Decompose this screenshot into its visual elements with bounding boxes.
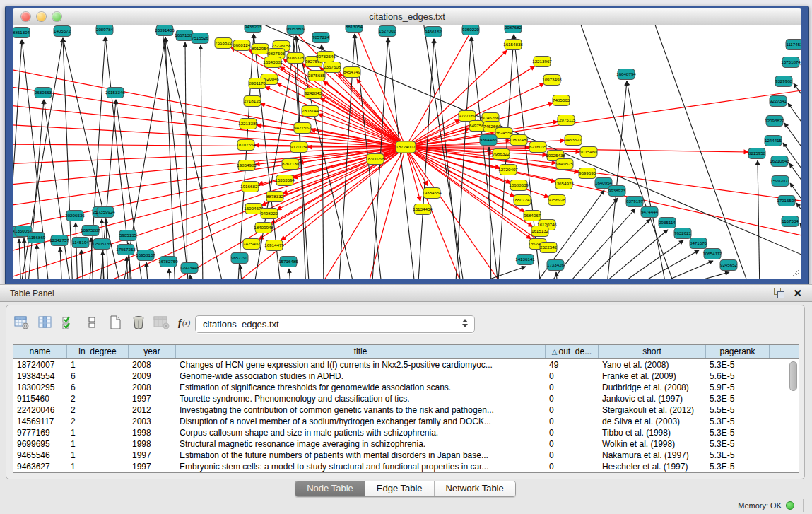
cell-year[interactable]: 1998: [129, 438, 176, 450]
table-row[interactable]: 946554611997Estimation of the future num…: [13, 450, 799, 461]
delete-entries-icon[interactable]: [130, 314, 147, 331]
graph-node[interactable]: 2935114: [659, 218, 676, 228]
edge[interactable]: [13, 86, 406, 147]
column-header-pagerank[interactable]: pagerank: [706, 345, 770, 358]
graph-node[interactable]: 16782759: [158, 257, 178, 267]
cell-short[interactable]: Jankovic et al. (1997): [599, 393, 706, 404]
graph-node[interactable]: 9329968: [775, 76, 793, 87]
cell-name[interactable]: 19384554: [13, 370, 67, 382]
resize-grip-icon[interactable]: [790, 267, 800, 277]
edge[interactable]: [788, 103, 801, 156]
cell-title[interactable]: Investigating the contribution of common…: [176, 404, 546, 416]
cell-in_degree[interactable]: 1: [67, 438, 129, 450]
cell-year[interactable]: 2008: [129, 359, 176, 370]
graph-node[interactable]: 12093822: [765, 116, 784, 127]
graph-node[interactable]: 9466162: [425, 27, 442, 37]
graph-node[interactable]: 9474444: [641, 207, 659, 218]
show-columns-icon[interactable]: [37, 314, 54, 331]
graph-node[interactable]: 7632621: [674, 228, 692, 239]
table-row[interactable]: 946362711997Embryonic stem cells: a mode…: [13, 461, 799, 472]
graph-node-selected[interactable]: 9463627: [565, 135, 582, 146]
cell-pagerank[interactable]: 5.3E-5: [706, 438, 770, 450]
graph-node-selected[interactable]: 7425402: [243, 239, 261, 250]
cell-out_de[interactable]: 0: [546, 416, 599, 427]
cell-out_de[interactable]: 0: [546, 450, 599, 461]
graph-node-selected[interactable]: 1615132: [531, 226, 549, 237]
edge[interactable]: [796, 203, 801, 256]
graph-node-selected[interactable]: 19854985: [237, 160, 257, 171]
edge[interactable]: [146, 262, 148, 279]
graph-node[interactable]: 15751874: [781, 57, 801, 68]
graph-node[interactable]: 9227341: [770, 96, 787, 107]
graph-node-selected[interactable]: 7485063: [553, 95, 570, 106]
edge[interactable]: [37, 245, 39, 279]
edge[interactable]: [608, 240, 683, 279]
graph-node[interactable]: 9657791: [231, 253, 249, 264]
graph-node[interactable]: 16210643: [770, 156, 789, 167]
graph-node-selected[interactable]: 9115460: [580, 147, 597, 158]
graph-node[interactable]: 12342757: [49, 235, 69, 246]
cell-in_degree[interactable]: 6: [67, 370, 129, 382]
graph-node-selected[interactable]: 7986322: [493, 149, 510, 160]
cell-out_de[interactable]: 0: [546, 427, 599, 438]
edge[interactable]: [190, 275, 192, 279]
graph-node-selected[interactable]: 15134454: [413, 204, 433, 215]
cell-year[interactable]: 2009: [129, 370, 176, 382]
graph-node-selected[interactable]: 18300295: [365, 154, 385, 165]
cell-name[interactable]: 9463627: [13, 461, 67, 472]
graph-node-selected[interactable]: 8878332: [266, 192, 284, 202]
graph-node[interactable]: 1527002: [379, 26, 396, 37]
graph-node[interactable]: 12505135: [92, 239, 112, 250]
column-header-out_de[interactable]: △out_de...: [546, 345, 599, 358]
table-row[interactable]: 977716911998Corpus callosum shape and si…: [13, 427, 799, 438]
graph-node[interactable]: 7857224: [312, 33, 330, 43]
cell-title[interactable]: Changes of HCN gene expression and I(f) …: [176, 359, 546, 370]
table-row[interactable]: 1938455462009Genome-wide association stu…: [13, 370, 799, 382]
cell-name[interactable]: 9115460: [13, 393, 67, 404]
edge[interactable]: [758, 160, 760, 279]
edge[interactable]: [293, 147, 406, 178]
graph-node[interactable]: 6379197: [626, 197, 644, 207]
cell-title[interactable]: Structural magnetic resonance image aver…: [176, 438, 546, 450]
cell-name[interactable]: 14569117: [13, 416, 67, 427]
cell-in_degree[interactable]: 1: [67, 359, 129, 370]
tab-edge-table[interactable]: Edge Table: [365, 481, 434, 496]
edge[interactable]: [19, 239, 21, 279]
cell-in_degree[interactable]: 1: [67, 450, 129, 461]
graph-node-selected[interactable]: 2803144: [302, 106, 319, 117]
edge[interactable]: [800, 223, 801, 276]
column-header-name[interactable]: name: [13, 345, 67, 358]
graph-node[interactable]: 20206536: [65, 211, 85, 221]
graph-node[interactable]: 8471676: [690, 238, 707, 249]
graph-node[interactable]: 8861304: [13, 28, 30, 38]
graph-node[interactable]: 1244415: [765, 136, 782, 146]
edge[interactable]: [44, 100, 71, 279]
graph-node[interactable]: 15992071: [770, 176, 790, 187]
graph-node-selected[interactable]: 10973493: [542, 75, 562, 86]
close-panel-icon[interactable]: ✕: [793, 288, 802, 298]
network-window-titlebar[interactable]: citations_edges.txt: [13, 8, 801, 26]
graph-node[interactable]: 7515526: [192, 33, 209, 44]
new-table-icon[interactable]: [107, 314, 124, 331]
cell-name[interactable]: 22420046: [13, 404, 67, 416]
cell-short[interactable]: Yano et al. (2008): [599, 359, 706, 370]
cell-in_degree[interactable]: 2: [67, 416, 129, 427]
graph-node-selected[interactable]: 8267130: [282, 159, 300, 170]
cell-pagerank[interactable]: 5.5E-5: [706, 404, 770, 416]
edge[interactable]: [654, 272, 729, 279]
graph-node[interactable]: 17957253: [116, 245, 136, 255]
cell-short[interactable]: Tibbo et al. (1998): [599, 427, 706, 438]
graph-node-selected[interactable]: 9684067: [524, 211, 541, 221]
graph-node-selected[interactable]: 18807243: [512, 195, 532, 206]
edge[interactable]: [783, 143, 801, 196]
table-row[interactable]: 2242004622012Investigating the contribut…: [13, 404, 799, 416]
graph-node[interactable]: 2089784: [96, 25, 114, 35]
cell-pagerank[interactable]: 5.3E-5: [706, 393, 770, 404]
edge[interactable]: [323, 81, 406, 147]
cell-short[interactable]: Franke et al. (2009): [599, 370, 706, 382]
edge[interactable]: [60, 247, 62, 279]
cell-name[interactable]: 9699695: [13, 438, 67, 450]
column-header-short[interactable]: short: [599, 345, 706, 358]
tab-node-table[interactable]: Node Table: [295, 481, 365, 496]
cell-pagerank[interactable]: 5.3E-5: [706, 427, 770, 438]
